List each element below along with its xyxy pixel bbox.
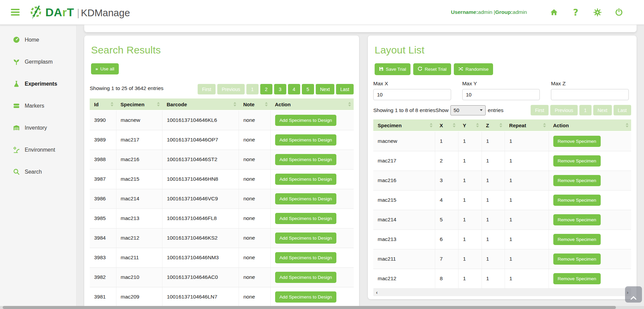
column-header-x[interactable]: X [435,119,459,131]
pagination-button-4[interactable]: 4 [288,84,300,94]
remove-specimen-button[interactable]: Remove Specimen [553,155,601,167]
column-header-action[interactable]: Action [270,98,354,110]
sidebar-item-home[interactable]: Home [0,29,76,51]
barcode-cell: 10016137104646LN7 [162,287,239,307]
column-header-y[interactable]: Y [458,119,482,131]
add-specimens-to-design-button[interactable]: Add Specimens to Design [275,291,336,303]
max-z-input[interactable] [551,89,629,100]
column-header-specimen[interactable]: Specimen [373,119,435,131]
note-cell: none [239,208,271,228]
table-row: mac2128111Remove Specimen [373,269,631,288]
column-header-barcode[interactable]: Barcode [162,98,239,110]
pagination-button-next: Next [593,105,612,115]
z-cell: 1 [482,131,505,151]
add-specimens-to-design-button[interactable]: Add Specimens to Design [275,233,336,244]
column-header-note[interactable]: Note [239,98,271,110]
add-specimens-to-design-button[interactable]: Add Specimens to Design [275,252,336,263]
sidebar-item-search[interactable]: Search [0,161,76,183]
settings-gear-icon[interactable] [586,8,608,17]
pagination-button-3[interactable]: 3 [274,84,286,94]
barcode-cell: 10016137104646FL8 [162,208,239,228]
pagination-button-1: 1 [246,84,259,94]
barcode-cell: 10016137104646HN8 [162,169,239,189]
show-entries-select[interactable]: 50 [450,105,486,115]
sidebar-item-label: Home [25,37,39,43]
sidebar-item-experiments[interactable]: Experiments [0,73,76,95]
id-cell: 3988 [90,150,116,169]
markers-icon [12,102,20,109]
y-cell: 1 [458,171,482,190]
table-row: mac2145111Remove Specimen [373,210,631,229]
add-specimens-to-design-button[interactable]: Add Specimens to Design [275,154,336,165]
power-icon[interactable] [608,8,630,17]
remove-specimen-button[interactable]: Remove Specimen [553,234,601,245]
table-row: mac2117111Remove Specimen [373,249,631,269]
specimen-cell: mac214 [116,189,162,208]
column-header-action[interactable]: Action [549,119,631,131]
note-cell: none [239,248,271,267]
pagination-button-last[interactable]: Last [336,84,354,94]
x-cell: 6 [435,229,459,249]
add-specimens-to-design-button[interactable]: Add Specimens to Design [275,115,336,126]
barcode-cell: 10016137104646ST2 [162,150,239,169]
remove-specimen-button[interactable]: Remove Specimen [553,214,601,225]
pagination-button-5[interactable]: 5 [302,84,314,94]
sidebar-item-markers[interactable]: Markers [0,95,76,117]
sidebar-item-environment[interactable]: Environment [0,139,76,161]
specimen-cell: mac209 [116,287,162,307]
max-y-input[interactable] [462,89,540,100]
x-cell: 5 [435,210,459,229]
pagination-button-first: First [531,105,549,115]
action-cell: Add Specimens to Design [270,110,354,130]
brand-app-name: KDManage [81,7,130,19]
table-row: 3987mac21510016137104646HN8noneAdd Speci… [90,169,354,189]
pagination-button-2[interactable]: 2 [260,84,272,94]
scroll-left-icon[interactable]: ‹ [376,290,378,295]
specimen-cell: mac215 [373,190,435,210]
search-results-title: Search Results [91,44,353,56]
scrollbar-thumb[interactable] [3,306,616,309]
sort-icon [157,102,160,107]
remove-specimen-button[interactable]: Remove Specimen [553,175,601,186]
help-icon[interactable]: ? [565,7,586,18]
inventory-icon [12,124,20,131]
sidebar-item-label: Experiments [25,81,57,87]
flask-icon [12,80,20,87]
remove-specimen-button[interactable]: Remove Specimen [553,195,601,206]
add-specimens-to-design-button[interactable]: Add Specimens to Design [275,174,336,185]
double-chevron-icon: » [95,66,98,71]
column-header-z[interactable]: Z [482,119,505,131]
column-header-specimen[interactable]: Specimen [116,98,162,110]
shuffle-icon-button[interactable]: Randomise [454,63,493,75]
sort-icon [348,102,351,107]
id-cell: 3985 [90,208,116,228]
x-cell: 2 [435,151,459,171]
column-header-id[interactable]: Id [90,98,116,110]
add-specimens-to-design-button[interactable]: Add Specimens to Design [275,272,336,283]
max-x-input[interactable] [373,89,451,100]
remove-specimen-button[interactable]: Remove Specimen [553,273,601,284]
use-all-button[interactable]: » Use all [91,63,119,74]
column-header-repeat[interactable]: Repeat [505,119,549,131]
action-cell: Remove Specimen [549,229,631,249]
pagination-button-next[interactable]: Next [316,84,334,94]
sidebar-item-inventory[interactable]: Inventory [0,117,76,139]
remove-specimen-button[interactable]: Remove Specimen [553,253,601,265]
add-specimens-to-design-button[interactable]: Add Specimens to Design [275,193,336,204]
note-cell: none [239,169,271,189]
add-specimens-to-design-button[interactable]: Add Specimens to Design [275,134,336,146]
back-to-top-button[interactable] [625,286,642,303]
sort-icon [499,123,503,128]
sidebar-item-germplasm[interactable]: Germplasm [0,51,76,73]
save-trial-button[interactable]: Save Trial [375,63,410,75]
z-cell: 1 [482,210,505,229]
menu-toggle-icon[interactable] [11,7,20,17]
reset-trial-button[interactable]: Reset Trial [413,63,451,75]
horizontal-scroll-strip: ‹ › [373,289,631,296]
add-specimens-to-design-button[interactable]: Add Specimens to Design [275,213,336,224]
pagination-button-first: First [198,84,216,94]
action-cell: Remove Specimen [549,269,631,288]
id-cell: 3981 [90,287,116,307]
home-icon[interactable] [543,8,565,17]
remove-specimen-button[interactable]: Remove Specimen [553,136,601,147]
